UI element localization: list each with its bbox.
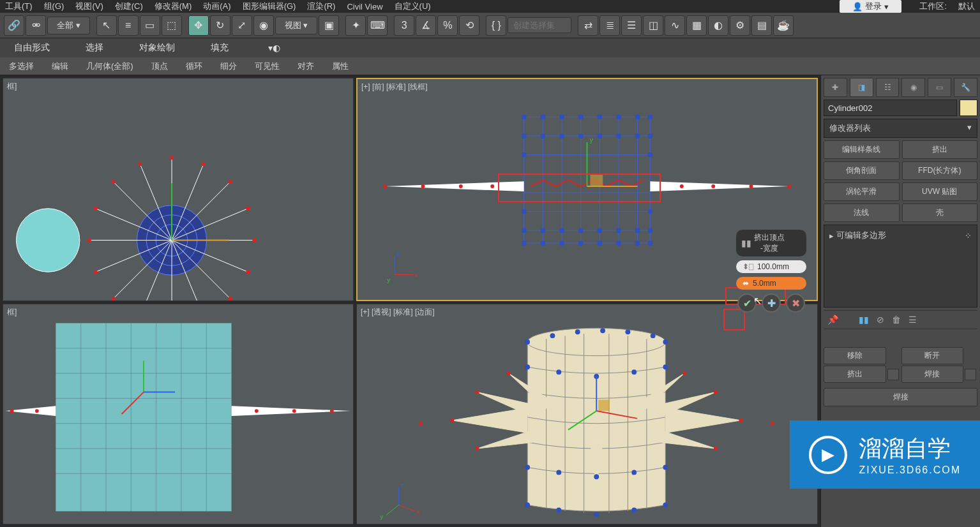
target-weld-button[interactable]: 焊接 xyxy=(824,388,977,406)
quick-turbosmooth-button[interactable]: 涡轮平滑 xyxy=(824,182,900,201)
angle-snap-icon[interactable]: ∡ xyxy=(416,15,436,36)
manipulate-icon[interactable]: ✦ xyxy=(345,15,366,36)
quick-edit-spline-button[interactable]: 编辑样条线 xyxy=(824,140,900,159)
viewport-perspective[interactable]: [+] [透视] [标准] [边面] xyxy=(356,304,818,524)
menu-modifier[interactable]: 修改器(M) xyxy=(155,1,192,12)
weld-settings-button[interactable] xyxy=(965,369,976,380)
scale-icon[interactable]: ⤢ xyxy=(232,15,252,36)
ref-coord-dropdown[interactable]: 视图 ▾ xyxy=(275,17,318,34)
viewport-left-label[interactable]: 框] xyxy=(7,307,17,318)
select-rect-icon[interactable]: ▭ xyxy=(140,15,160,36)
viewport-front-label[interactable]: [+] [前] [标准] [线框] xyxy=(361,82,428,93)
select-icon[interactable]: ↖ xyxy=(96,15,117,36)
sub-vertex[interactable]: 顶点 xyxy=(146,58,173,75)
make-unique-icon[interactable]: ⊘ xyxy=(877,315,884,325)
menu-animation[interactable]: 动画(A) xyxy=(203,1,230,12)
sub-visibility[interactable]: 可见性 xyxy=(250,58,285,75)
remove-modifier-icon[interactable]: 🗑 xyxy=(892,315,901,325)
schematic-icon[interactable]: ▦ xyxy=(686,15,707,36)
modifier-stack[interactable]: ▸ 可编辑多边形 ⁘ xyxy=(824,225,977,308)
extrude-button[interactable]: 挤出 xyxy=(824,366,886,383)
object-color-swatch[interactable] xyxy=(960,100,977,116)
menu-view[interactable]: 视图(V) xyxy=(75,1,103,12)
menu-graph[interactable]: 图形编辑器(G) xyxy=(243,1,296,12)
keyboard-icon[interactable]: ⌨ xyxy=(367,15,388,36)
panel-tab-motion[interactable]: ◉ xyxy=(901,78,925,97)
caddy-height-spinner[interactable]: ⬍⎕ 100.0mm xyxy=(736,260,806,273)
select-name-icon[interactable]: ≡ xyxy=(118,15,139,36)
modifier-item-editable-poly[interactable]: ▸ 可编辑多边形 ⁘ xyxy=(827,228,974,243)
extrude-settings-button[interactable] xyxy=(887,369,899,380)
menu-custom[interactable]: 自定义(U) xyxy=(395,1,431,12)
pivot-icon[interactable]: ▣ xyxy=(319,15,339,36)
ribbon-expand-icon[interactable]: ▾◐ xyxy=(268,43,280,53)
viewport-top-label[interactable]: 框] xyxy=(7,81,17,92)
caddy-cancel-button[interactable]: ✖ xyxy=(786,293,805,313)
weld-button[interactable]: 焊接 xyxy=(901,366,964,383)
percent-snap-icon[interactable]: % xyxy=(437,15,458,36)
break-button[interactable]: 断开 xyxy=(901,347,964,364)
snap-3-icon[interactable]: 3 xyxy=(394,15,414,36)
sub-subdiv[interactable]: 细分 xyxy=(215,58,242,75)
panel-tab-utilities[interactable]: 🔧 xyxy=(954,78,977,97)
panel-tab-create[interactable]: ✚ xyxy=(824,78,847,97)
panel-tab-hierarchy[interactable]: ☷ xyxy=(876,78,900,97)
placement-icon[interactable]: ◉ xyxy=(253,15,274,36)
viewport-left[interactable]: 框] xyxy=(3,304,354,524)
layer-explorer-icon[interactable]: ◫ xyxy=(643,15,663,36)
ribbon-tab-paint[interactable]: 对象绘制 xyxy=(130,38,184,57)
sub-polymodel[interactable]: 多选择 xyxy=(4,58,39,75)
menu-tools[interactable]: 工具(T) xyxy=(5,1,33,12)
workspace-value[interactable]: 默认 xyxy=(958,1,975,12)
quick-extrude-button[interactable]: 挤出 xyxy=(902,140,978,159)
named-selection-input[interactable] xyxy=(508,17,571,33)
login-button[interactable]: 👤 登录 ▾ xyxy=(840,0,901,13)
render-icon[interactable]: ☕ xyxy=(773,15,794,36)
menu-create[interactable]: 创建(C) xyxy=(115,1,143,12)
quick-shell-button[interactable]: 壳 xyxy=(902,204,978,222)
render-setup-icon[interactable]: ⚙ xyxy=(730,15,750,36)
named-sets-icon[interactable]: { } xyxy=(486,15,506,36)
mirror-icon[interactable]: ⇄ xyxy=(578,15,598,36)
object-name-input[interactable] xyxy=(824,100,957,116)
render-frame-icon[interactable]: ▤ xyxy=(751,15,772,36)
show-end-result-icon[interactable]: ▮▮ xyxy=(859,315,869,325)
sub-edit[interactable]: 编辑 xyxy=(47,58,73,75)
quick-ffd-button[interactable]: FFD(长方体) xyxy=(902,161,978,180)
sub-geometry[interactable]: 几何体(全部) xyxy=(81,58,139,75)
viewport-top[interactable]: 框] xyxy=(3,78,354,301)
panel-tab-display[interactable]: ▭ xyxy=(928,78,951,97)
spinner-snap-icon[interactable]: ⟲ xyxy=(459,15,479,36)
menu-render[interactable]: 渲染(R) xyxy=(307,1,335,12)
ribbon-tab-selection[interactable]: 选择 xyxy=(77,38,112,57)
vertex-subobj-icon[interactable]: ⁘ xyxy=(965,231,972,241)
menu-civil[interactable]: Civil View xyxy=(347,2,382,11)
panel-tab-modify[interactable]: ◨ xyxy=(850,78,873,97)
sub-properties[interactable]: 属性 xyxy=(327,58,354,75)
link-icon[interactable]: 🔗 xyxy=(4,15,24,36)
quick-chamfer-button[interactable]: 倒角剖面 xyxy=(824,161,900,180)
ribbon-tab-populate[interactable]: 填充 xyxy=(202,38,237,57)
sub-align[interactable]: 对齐 xyxy=(292,58,319,75)
layers-icon[interactable]: ☰ xyxy=(621,15,642,36)
quick-uvwmap-button[interactable]: UVW 贴图 xyxy=(902,182,978,201)
quick-normal-button[interactable]: 法线 xyxy=(824,204,900,222)
curve-editor-icon[interactable]: ∿ xyxy=(665,15,685,36)
move-icon[interactable]: ✥ xyxy=(188,15,209,36)
modifier-list-dropdown[interactable]: 修改器列表 ▾ xyxy=(824,119,977,138)
material-editor-icon[interactable]: ◐ xyxy=(708,15,728,36)
configure-icon[interactable]: ☰ xyxy=(908,315,917,325)
caddy-width-spinner[interactable]: ⬌ 5.0mm xyxy=(736,277,806,290)
menu-group[interactable]: 组(G) xyxy=(44,1,64,12)
rotate-icon[interactable]: ↻ xyxy=(210,15,230,36)
pin-icon[interactable]: 📌 xyxy=(827,315,838,325)
caddy-ok-button[interactable]: ✔ xyxy=(737,293,757,313)
select-window-icon[interactable]: ⬚ xyxy=(162,15,182,36)
selection-filter-dropdown[interactable]: 全部 ▾ xyxy=(47,17,90,34)
unlink-icon[interactable]: ⚮ xyxy=(26,15,46,36)
sub-loop[interactable]: 循环 xyxy=(181,58,207,75)
remove-button[interactable]: 移除 xyxy=(824,347,886,364)
ribbon-tab-freeform[interactable]: 自由形式 xyxy=(5,38,59,57)
align-icon[interactable]: ≣ xyxy=(599,15,620,36)
viewport-persp-label[interactable]: [+] [透视] [标准] [边面] xyxy=(361,307,435,318)
